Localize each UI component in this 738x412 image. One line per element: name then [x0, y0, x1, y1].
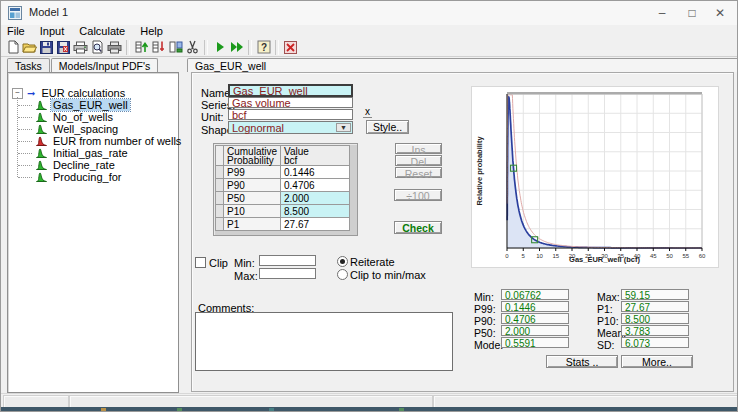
- comments-textarea[interactable]: [195, 312, 453, 371]
- taskbar-icon: [101, 408, 106, 412]
- save-icon[interactable]: [38, 39, 55, 56]
- del-button[interactable]: Del: [395, 155, 442, 166]
- value-header: Valuebcf: [281, 146, 350, 166]
- menu-bar: File Input Calculate Help: [1, 25, 737, 38]
- toolbar-separator: [248, 40, 252, 55]
- paste-column-icon[interactable]: [167, 39, 184, 56]
- calculation-arrow-icon: ➞: [27, 88, 35, 99]
- print-setup-icon[interactable]: [106, 39, 123, 56]
- shape-dropdown[interactable]: Lognormal ▼: [228, 121, 353, 134]
- percentile-cell: P50: [224, 192, 281, 205]
- tab-models-input-pdfs[interactable]: Models/Input PDF's: [51, 58, 158, 72]
- clip-label: Clip: [209, 257, 228, 269]
- menu-file[interactable]: File: [1, 25, 31, 38]
- clip-min-input[interactable]: [259, 255, 316, 266]
- menu-help[interactable]: Help: [134, 25, 169, 38]
- value-cell[interactable]: 8.500: [281, 205, 350, 218]
- svg-text:?: ?: [260, 42, 266, 53]
- row-selector[interactable]: [216, 218, 224, 231]
- status-bar: [1, 393, 737, 408]
- more-button[interactable]: More..: [621, 355, 693, 368]
- app-icon: [8, 6, 22, 20]
- value-cell[interactable]: 0.4706: [281, 179, 350, 192]
- cumulative-probability-header: CumulativeProbability: [224, 146, 281, 166]
- menu-input[interactable]: Input: [34, 25, 70, 38]
- svg-text:Relative probability: Relative probability: [475, 136, 484, 206]
- clip-checkbox[interactable]: [195, 257, 206, 268]
- stats-button[interactable]: Stats ..: [546, 355, 618, 368]
- row-selector[interactable]: [216, 192, 224, 205]
- save-model-icon[interactable]: [55, 39, 72, 56]
- value-cell[interactable]: 27.67: [281, 218, 350, 231]
- left-tab-strip: Tasks Models/Input PDF's: [7, 58, 159, 73]
- p50-label: P50:: [474, 327, 496, 339]
- tree-item-label: Initial_gas_rate: [51, 147, 130, 159]
- reset-button[interactable]: Reset: [395, 167, 442, 178]
- tree-item-label: No_of_wells: [51, 111, 115, 123]
- percentile-table: CumulativeProbability Valuebcf P99 0.144…: [215, 145, 350, 231]
- series-input[interactable]: [228, 97, 353, 108]
- row-selector[interactable]: [216, 205, 224, 218]
- x-axis-button[interactable]: x: [363, 106, 372, 118]
- svg-text:45: 45: [650, 253, 657, 259]
- tree-item-producing-for[interactable]: Producing_for: [22, 171, 178, 183]
- max-value: 59.15: [621, 289, 689, 300]
- maximize-button[interactable]: □: [677, 1, 707, 25]
- tree-item-no-of-wells[interactable]: No_of_wells: [22, 111, 178, 123]
- min-label: Min:: [474, 291, 494, 303]
- chevron-down-icon[interactable]: ▼: [336, 123, 351, 132]
- clip-to-minmax-radio[interactable]: [337, 269, 348, 280]
- tree-item-label: Well_spacing: [51, 123, 120, 135]
- ins-button[interactable]: Ins: [395, 143, 442, 154]
- taskbar-icon: [269, 408, 274, 412]
- value-cell[interactable]: 2.000: [281, 192, 350, 205]
- tree-item-gas-eur-well[interactable]: Gas_EUR_well: [22, 99, 178, 111]
- divide-100-button[interactable]: ÷100: [394, 189, 442, 201]
- cut-icon[interactable]: [184, 39, 201, 56]
- taskbar-icon: [399, 408, 404, 412]
- tree-item-decline-rate[interactable]: Decline_rate: [22, 159, 178, 171]
- clip-max-input[interactable]: [259, 268, 316, 279]
- distribution-chart[interactable]: 051015202530354045505560Gas_EUR_well (bc…: [471, 86, 719, 268]
- new-icon[interactable]: [4, 39, 21, 56]
- style-button[interactable]: Style..: [366, 120, 409, 134]
- run-all-icon[interactable]: [228, 39, 245, 56]
- minimize-button[interactable]: –: [647, 1, 677, 25]
- tree-item-eur-from-number-of-wells[interactable]: EUR from number of wells: [22, 135, 178, 147]
- title-bar: Model 1 – □ ✕: [1, 1, 737, 26]
- run-icon[interactable]: [211, 39, 228, 56]
- reiterate-radio[interactable]: [337, 256, 348, 267]
- row-selector[interactable]: [216, 166, 224, 179]
- check-button[interactable]: Check: [394, 221, 442, 234]
- close-button[interactable]: ✕: [705, 1, 735, 25]
- toolbar-separator: [204, 40, 208, 55]
- svg-text:60: 60: [699, 253, 706, 259]
- windows-taskbar-edge: [1, 407, 737, 412]
- clip-max-label: Max:: [234, 270, 258, 282]
- delete-icon[interactable]: [282, 39, 299, 56]
- tree-item-well-spacing[interactable]: Well_spacing: [22, 123, 178, 135]
- tree-item-label: Decline_rate: [51, 159, 117, 171]
- help-icon[interactable]: ?: [255, 39, 272, 56]
- tree-root-row[interactable]: − ➞ EUR calculations: [8, 87, 178, 99]
- insert-row-red-icon[interactable]: [150, 39, 167, 56]
- green-pdf-icon: [36, 124, 47, 134]
- p50-value: 2.000: [501, 325, 569, 336]
- open-icon[interactable]: [21, 39, 38, 56]
- menu-calculate[interactable]: Calculate: [73, 25, 131, 38]
- unit-input[interactable]: [228, 109, 353, 120]
- mean-value: 3.783: [621, 325, 689, 336]
- row-selector[interactable]: [216, 179, 224, 192]
- p10-label: P10:: [597, 315, 619, 327]
- insert-row-green-icon[interactable]: [133, 39, 150, 56]
- value-cell[interactable]: 0.1446: [281, 166, 350, 179]
- p1-value: 27.67: [621, 301, 689, 312]
- table-row: P10 8.500: [216, 205, 350, 218]
- tab-tasks[interactable]: Tasks: [7, 58, 50, 72]
- print-preview-icon[interactable]: [89, 39, 106, 56]
- tab-gas-eur-well[interactable]: Gas_EUR_well: [187, 58, 738, 72]
- tree-item-initial-gas-rate[interactable]: Initial_gas_rate: [22, 147, 178, 159]
- print-icon[interactable]: [72, 39, 89, 56]
- name-input[interactable]: [228, 84, 353, 97]
- pdf-curve-plot[interactable]: 051015202530354045505560Gas_EUR_well (bc…: [472, 87, 718, 267]
